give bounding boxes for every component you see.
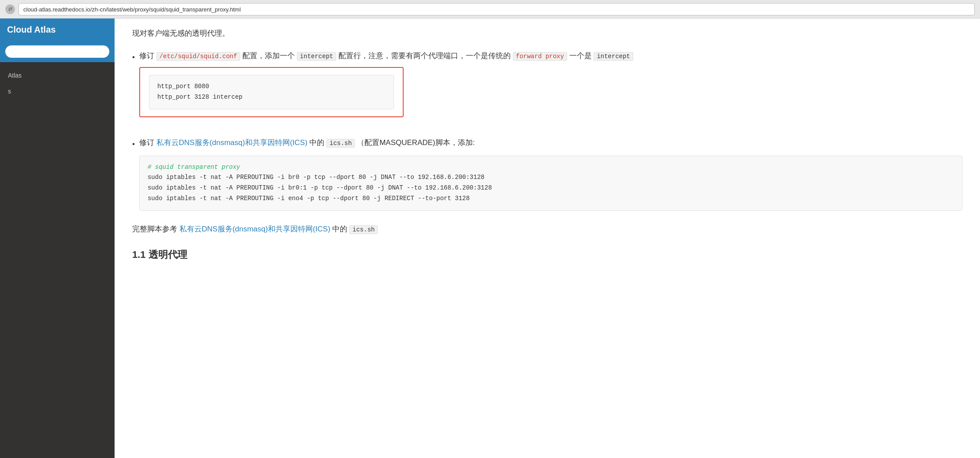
ics-sh-code: ics.sh <box>327 139 355 148</box>
section-heading: 1.1 透明代理 <box>132 248 962 261</box>
bullet1-middle2: 一个是 <box>569 52 592 60</box>
browser-icon: ⇄ <box>5 4 15 14</box>
sidebar-nav: Atlas s <box>0 62 115 458</box>
iptables-line-2: sudo iptables -t nat -A PREROUTING -i br… <box>148 183 954 194</box>
iptables-line-3: sudo iptables -t nat -A PREROUTING -i en… <box>148 194 954 204</box>
bullet1-suffix: 配置行，注意，需要有两个代理端口，一个是传统的 <box>338 52 511 60</box>
bullet1-prefix: 修订 <box>139 52 154 60</box>
intercept2-code: intercept <box>594 52 633 61</box>
bullet-item-2: • 修订 私有云DNS服务(dnsmasq)和共享因特网(ICS) 中的 ics… <box>132 137 962 211</box>
intro-text: 现对客户端无感的透明代理。 <box>132 27 962 39</box>
main-layout: Cloud Atlas Atlas s 现对客户端无感的透明代理。 • 修订 /… <box>0 19 980 458</box>
bullet-dot-2: • <box>132 138 135 211</box>
code-line-1: http_port 8080 <box>157 82 386 92</box>
code-comment: # squid transparent proxy <box>148 162 954 173</box>
search-input[interactable] <box>5 45 109 58</box>
summary-prefix: 完整脚本参考 <box>132 225 177 233</box>
config-file-code: /etc/squid/squid.conf <box>156 52 240 61</box>
bullet-item-1: • 修订 /etc/squid/squid.conf 配置，添加一个 inter… <box>132 50 962 124</box>
sidebar-item-atlas[interactable]: Atlas <box>0 67 115 83</box>
sidebar-title: Cloud Atlas <box>0 19 115 41</box>
bullet-content-2: 修订 私有云DNS服务(dnsmasq)和共享因特网(ICS) 中的 ics.s… <box>139 137 962 211</box>
url-bar[interactable]: cloud-atlas.readthedocs.io/zh-cn/latest/… <box>19 3 975 15</box>
sidebar: Cloud Atlas Atlas s <box>0 19 115 458</box>
bullet2-suffix: （配置MASQUERADE)脚本，添加: <box>357 138 475 147</box>
summary-middle: 中的 <box>332 225 347 233</box>
bullet2-link[interactable]: 私有云DNS服务(dnsmasq)和共享因特网(ICS) <box>156 138 308 147</box>
bullet2-prefix: 修订 <box>139 138 154 147</box>
bullet-section-2: • 修订 私有云DNS服务(dnsmasq)和共享因特网(ICS) 中的 ics… <box>132 137 962 211</box>
forward-proxy-code: forward proxy <box>513 52 567 61</box>
bullet-section-1: • 修订 /etc/squid/squid.conf 配置，添加一个 inter… <box>132 50 962 124</box>
content-area: 现对客户端无感的透明代理。 • 修订 /etc/squid/squid.conf… <box>115 19 980 458</box>
config-code-block: http_port 8080 http_port 3128 intercep <box>149 75 394 109</box>
summary-line: 完整脚本参考 私有云DNS服务(dnsmasq)和共享因特网(ICS) 中的 i… <box>132 223 962 236</box>
bullet2-middle: 中的 <box>309 138 324 147</box>
bullet-content-1: 修订 /etc/squid/squid.conf 配置，添加一个 interce… <box>139 50 962 124</box>
bullet-dot-1: • <box>132 51 135 124</box>
browser-bar: ⇄ cloud-atlas.readthedocs.io/zh-cn/lates… <box>0 0 980 19</box>
bullet1-middle: 配置，添加一个 <box>242 52 295 60</box>
red-bordered-box: http_port 8080 http_port 3128 intercep <box>139 67 404 117</box>
summary-ics-sh: ics.sh <box>349 225 378 234</box>
summary-link[interactable]: 私有云DNS服务(dnsmasq)和共享因特网(ICS) <box>179 225 330 233</box>
sidebar-item-s[interactable]: s <box>0 83 115 99</box>
intercept-code: intercept <box>297 52 337 61</box>
sidebar-search-area <box>0 41 115 62</box>
code-line-2: http_port 3128 intercep <box>157 92 386 103</box>
iptables-code-block: # squid transparent proxy sudo iptables … <box>139 156 962 211</box>
iptables-line-1: sudo iptables -t nat -A PREROUTING -i br… <box>148 172 954 183</box>
